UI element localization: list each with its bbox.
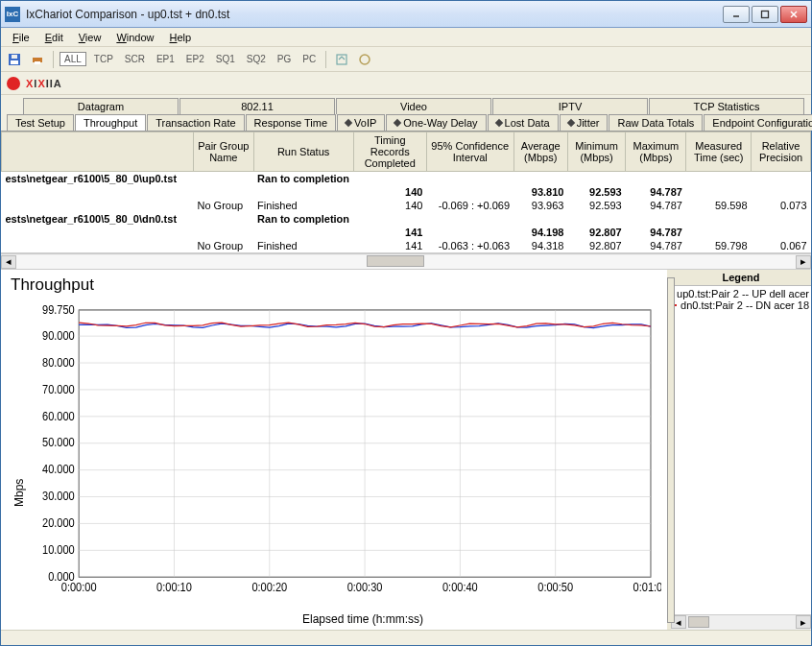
tab-voip[interactable]: VoIP — [337, 114, 385, 131]
table-row[interactable]: 14093.81092.59394.787 — [2, 185, 811, 199]
svg-text:0:00:00: 0:00:00 — [61, 580, 97, 593]
refresh-icon[interactable] — [355, 50, 374, 69]
cell — [626, 172, 686, 186]
col-header[interactable] — [2, 132, 194, 172]
tab-tcp-statistics[interactable]: TCP Statistics — [649, 98, 804, 114]
scroll-right-icon[interactable]: ▸ — [796, 255, 811, 269]
tab-label: VoIP — [354, 117, 376, 129]
cell: 140 — [353, 185, 426, 199]
legend-scrollbar[interactable]: ◂ ▸ — [671, 614, 811, 630]
legend-scroll-right-icon[interactable]: ▸ — [796, 615, 811, 629]
col-header[interactable]: Pair Group Name — [194, 132, 254, 172]
legend-pane: Legend up0.tst:Pair 2 -- UP dell acerdn0… — [667, 270, 811, 630]
legend-item[interactable]: dn0.tst:Pair 2 -- DN acer 18 — [673, 299, 809, 311]
menu-view[interactable]: View — [71, 30, 109, 45]
cell — [567, 212, 625, 226]
tab-lost-data[interactable]: Lost Data — [488, 114, 559, 131]
filter-all[interactable]: ALL — [60, 52, 86, 66]
tab-iptv[interactable]: IPTV — [492, 98, 648, 114]
legend-label: up0.tst:Pair 2 -- UP dell acer — [677, 288, 809, 299]
menu-file[interactable]: FFileile — [5, 30, 37, 45]
scroll-thumb[interactable] — [367, 255, 424, 267]
menu-window[interactable]: Window — [108, 30, 161, 45]
filter-pg[interactable]: PG — [274, 53, 295, 65]
col-header[interactable]: Maximum (Mbps) — [626, 132, 686, 172]
cell: 94.318 — [513, 239, 567, 252]
cell: 94.198 — [513, 226, 567, 239]
col-header[interactable]: Run Status — [253, 132, 353, 172]
menu-edit[interactable]: Edit — [37, 30, 71, 45]
cell: 92.807 — [567, 239, 625, 252]
cell — [2, 239, 194, 252]
info-icon[interactable] — [7, 77, 20, 90]
col-header[interactable]: Measured Time (sec) — [686, 132, 752, 172]
results-grid: Pair Group NameRun StatusTiming Records … — [1, 132, 811, 253]
tab-test-setup[interactable]: Test Setup — [7, 114, 74, 131]
col-header[interactable]: Minimum (Mbps) — [567, 132, 625, 172]
titlebar[interactable]: IxC IxChariot Comparison - up0.tst + dn0… — [1, 1, 811, 28]
save-icon[interactable] — [5, 50, 24, 69]
filter-sq1[interactable]: SQ1 — [212, 53, 239, 65]
filter-ep1[interactable]: EP1 — [153, 53, 179, 65]
pin-icon — [394, 119, 401, 127]
tab-video[interactable]: Video — [336, 98, 491, 114]
col-header[interactable]: Timing Records Completed — [353, 132, 426, 172]
export-icon[interactable] — [332, 50, 351, 69]
table-row[interactable]: No GroupFinished140-0.069 : +0.06993.963… — [2, 199, 811, 212]
col-header[interactable]: Relative Precision — [752, 132, 811, 172]
table-row[interactable]: No GroupFinished141-0.063 : +0.06394.318… — [2, 239, 811, 252]
cell — [626, 212, 686, 226]
print-icon[interactable] — [28, 50, 47, 69]
cell — [2, 199, 194, 212]
pin-icon — [345, 119, 352, 127]
svg-text:90.000: 90.000 — [42, 328, 75, 342]
table-row[interactable]: ests\netgear_r6100\5_80_0\up0.tstRan to … — [2, 172, 811, 186]
chart-plot[interactable]: 0.00010.00020.00030.00040.00050.00060.00… — [26, 300, 661, 610]
tab-raw-data-totals[interactable]: Raw Data Totals — [609, 114, 703, 131]
cell — [426, 226, 513, 239]
close-button[interactable] — [780, 6, 807, 23]
grid-hscrollbar[interactable]: ◂ ▸ — [1, 253, 811, 269]
scroll-left-icon[interactable]: ◂ — [1, 255, 16, 269]
tab-label: Raw Data Totals — [617, 117, 694, 129]
cell — [686, 226, 752, 239]
tab-one-way-delay[interactable]: One-Way Delay — [386, 114, 486, 131]
tab-802-11[interactable]: 802.11 — [179, 98, 335, 114]
svg-text:0:00:50: 0:00:50 — [537, 580, 573, 593]
cell — [426, 172, 513, 186]
cell — [426, 185, 513, 199]
cell — [686, 212, 752, 226]
tab-throughput[interactable]: Throughput — [75, 114, 146, 131]
tab-datagram[interactable]: Datagram — [23, 98, 179, 114]
cell: No Group — [194, 199, 254, 212]
tab-jitter[interactable]: Jitter — [560, 114, 609, 131]
legend-item[interactable]: up0.tst:Pair 2 -- UP dell acer — [673, 288, 809, 299]
svg-rect-6 — [12, 55, 17, 59]
filter-sq2[interactable]: SQ2 — [243, 53, 270, 65]
table-row[interactable]: 14194.19892.80794.787 — [2, 226, 811, 239]
filter-pc[interactable]: PC — [299, 53, 320, 65]
tab-transaction-rate[interactable]: Transaction Rate — [147, 114, 244, 131]
cell — [426, 212, 513, 226]
col-header[interactable]: 95% Confidence Interval — [426, 132, 513, 172]
tab-label: Lost Data — [505, 117, 550, 129]
statusbar — [1, 630, 811, 645]
legend-scroll-thumb[interactable] — [688, 616, 709, 628]
minimize-button[interactable] — [723, 6, 750, 23]
menu-help[interactable]: Help — [162, 30, 200, 45]
col-header[interactable]: Average (Mbps) — [513, 132, 567, 172]
content-area: Pair Group NameRun StatusTiming Records … — [1, 132, 811, 630]
tab-response-time[interactable]: Response Time — [246, 114, 336, 131]
svg-text:30.000: 30.000 — [42, 490, 75, 503]
table-row[interactable]: ests\netgear_r6100\5_80_0\dn0.tstRan to … — [2, 212, 811, 226]
filter-tcp[interactable]: TCP — [90, 53, 117, 65]
app-window: IxC IxChariot Comparison - up0.tst + dn0… — [0, 0, 812, 646]
tab-endpoint-configuration[interactable]: Endpoint Configuration — [704, 114, 812, 131]
cell: -0.069 : +0.069 — [426, 199, 513, 212]
cell: 0.067 — [752, 239, 811, 252]
filter-scr[interactable]: SCR — [121, 53, 149, 65]
cell — [194, 172, 254, 186]
filter-ep2[interactable]: EP2 — [182, 53, 208, 65]
maximize-button[interactable] — [752, 6, 778, 23]
brandbar: XIXIIA — [1, 72, 811, 95]
